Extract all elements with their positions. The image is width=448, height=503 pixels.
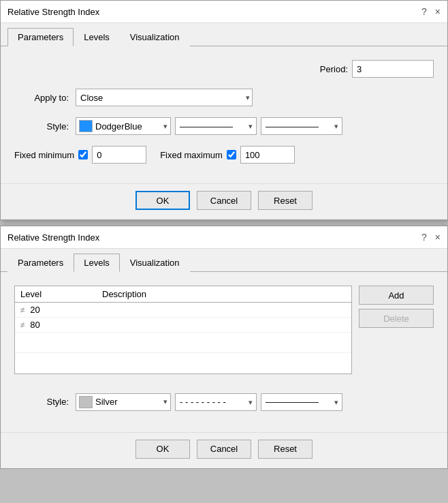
titlebar-controls-2: ? × [421,232,441,243]
dialog-title-1: Relative Strength Index [7,7,99,17]
line-style-select[interactable]: —————— - - - - - [175,117,257,135]
line-style-wrapper-2: - - - - - - - - - —————— [175,393,257,411]
apply-label: Apply to: [14,93,69,103]
tab-visualization-2[interactable]: Visualization [120,254,190,272]
ok-button-2[interactable]: OK [135,440,190,459]
line-style-select-2[interactable]: - - - - - - - - - —————— [175,393,257,411]
cancel-button-1[interactable]: Cancel [197,191,251,210]
level-icon-1: ≠ [20,305,25,315]
fixed-max-checkbox[interactable] [227,150,236,159]
apply-select-wrapper: Close Open High Low Median Typical [76,89,254,106]
apply-select[interactable]: Close Open High Low Median Typical [76,89,253,106]
add-level-button[interactable]: Add [359,286,434,305]
fixed-min-input[interactable] [92,146,146,164]
color-combo[interactable]: DodgerBlue ▾ [76,117,171,135]
reset-button-1[interactable]: Reset [258,191,313,210]
dialog-buttons-1: OK Cancel Reset [1,183,447,219]
col-description: Description [97,286,351,303]
color-name: DodgerBlue [95,121,161,132]
fixed-max-group: Fixed maximum [160,146,295,164]
titlebar-1: Relative Strength Index ? × [1,1,447,23]
level-icon-2: ≠ [20,320,25,330]
dialog-levels: Relative Strength Index ? × Parameters L… [0,226,448,469]
color-combo-2[interactable]: Silver ▾ [76,393,171,411]
dialog-parameters: Relative Strength Index ? × Parameters L… [0,0,448,220]
style-row: Style: DodgerBlue ▾ —————— - - - - - ———… [14,117,434,135]
ok-button-1[interactable]: OK [135,191,190,210]
period-input[interactable] [352,60,434,78]
levels-area: Level Description ≠ 20 [14,286,434,384]
col-level: Level [15,286,97,303]
levels-buttons: Add Delete [359,286,434,384]
tab-levels-1[interactable]: Levels [74,28,120,46]
period-label: Period: [293,64,348,74]
cancel-button-2[interactable]: Cancel [197,440,251,459]
table-row[interactable]: ≠ 20 [15,303,351,318]
tab-levels-2[interactable]: Levels [74,254,120,272]
style-label: Style: [14,121,69,132]
style-label-2: Style: [14,397,69,407]
line-style-wrapper: —————— - - - - - [175,117,257,135]
color-swatch-2 [79,396,93,408]
dialog-body-2: Level Description ≠ 20 [1,272,447,432]
line-width-select-2[interactable]: —————— ━━━━━━ [261,393,342,411]
fixed-max-input[interactable] [240,146,295,164]
level-desc-2 [97,318,351,333]
fixed-min-checkbox[interactable] [78,150,88,159]
line-width-wrapper-2: —————— ━━━━━━ [261,393,342,411]
help-button-2[interactable]: ? [421,232,427,243]
level-cell-1: ≠ 20 [15,303,97,318]
line-width-select[interactable]: —————— ━━━━━━ [261,117,342,135]
color-swatch [79,120,93,132]
close-button-1[interactable]: × [435,6,441,17]
reset-button-2[interactable]: Reset [258,440,313,459]
titlebar-2: Relative Strength Index ? × [1,226,447,249]
fixed-min-group: Fixed minimum [14,146,146,164]
line-width-wrapper: —————— ━━━━━━ [261,117,342,135]
level-value-1: 20 [30,305,39,315]
tab-visualization-1[interactable]: Visualization [120,28,190,46]
tab-parameters-2[interactable]: Parameters [7,254,74,272]
delete-level-button[interactable]: Delete [359,309,434,328]
dialog-body-1: Period: Apply to: Close Open High Low Me… [1,46,447,183]
tab-bar-2: Parameters Levels Visualization [1,249,447,272]
table-row[interactable]: ≠ 80 [15,318,351,333]
table-row-empty-2 [15,353,351,374]
levels-table-wrap: Level Description ≠ 20 [14,286,352,384]
dialog-buttons-2: OK Cancel Reset [1,432,447,468]
fixed-min-label: Fixed minimum [14,150,74,160]
fixed-max-label: Fixed maximum [160,150,223,160]
style-row-2: Style: Silver ▾ - - - - - - - - - ——————… [14,393,434,411]
apply-row: Apply to: Close Open High Low Median Typ… [14,89,434,106]
close-button-2[interactable]: × [435,232,441,243]
color-combo-arrow: ▾ [163,122,167,131]
color-name-2: Silver [95,397,161,407]
color-combo-arrow-2: ▾ [163,397,167,406]
minmax-row: Fixed minimum Fixed maximum [14,146,434,164]
tab-parameters-1[interactable]: Parameters [7,28,74,46]
titlebar-controls-1: ? × [421,6,441,17]
dialog-title-2: Relative Strength Index [7,232,99,243]
levels-table-container: Level Description ≠ 20 [14,286,352,374]
levels-table: Level Description ≠ 20 [15,286,351,374]
help-button-1[interactable]: ? [421,6,427,17]
tab-bar-1: Parameters Levels Visualization [1,23,447,46]
level-value-2: 80 [30,320,39,330]
level-desc-1 [97,303,351,318]
level-cell-2: ≠ 80 [15,318,97,333]
period-row: Period: [14,60,434,78]
table-row-empty-1 [15,333,351,353]
